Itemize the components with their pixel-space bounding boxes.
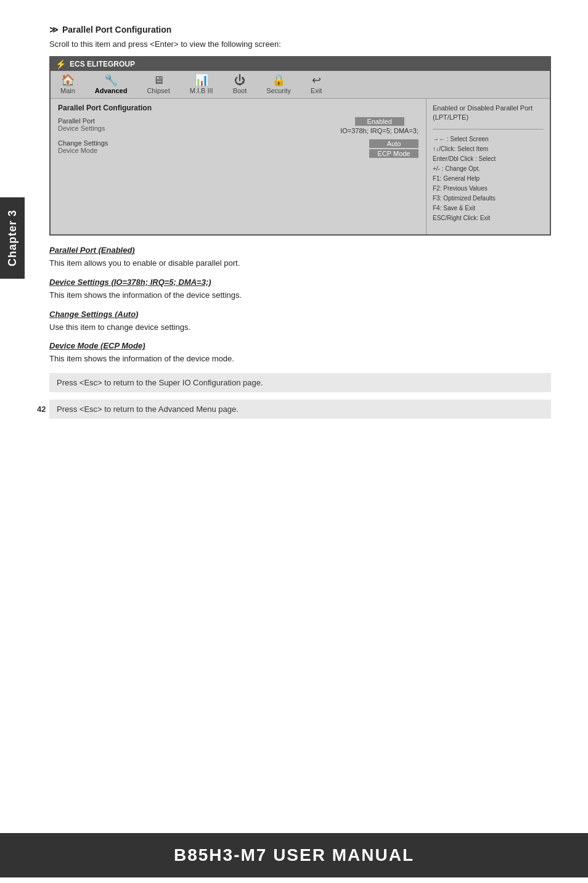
- bios-nav: 🏠 Main 🔧 Advanced 🖥 Chipset 📊 M.I.B III …: [51, 71, 550, 99]
- key-f4: F4: Save & Exit: [433, 203, 544, 213]
- bios-right-divider: [433, 129, 544, 129]
- bios-right-keys: →← : Select Screen ↑↓/Click: Select Item…: [433, 134, 544, 223]
- device-mode-label: Device Mode: [58, 147, 138, 154]
- bios-nav-advanced[interactable]: 🔧 Advanced: [85, 73, 137, 96]
- mib-nav-icon: 📊: [195, 75, 208, 86]
- note-text-0: Press <Esc> to return to the Super IO Co…: [57, 378, 263, 387]
- content-area: Parallel Port (Enabled) This item allows…: [49, 245, 551, 438]
- bios-nav-security[interactable]: 🔒 Security: [256, 73, 301, 96]
- bios-left-title: Parallel Port Configuration: [58, 104, 419, 112]
- footer-title: B85H3-M7 USER MANUAL: [174, 845, 414, 865]
- bios-item-change-settings: Change Settings Device Mode Auto ECP Mod…: [58, 139, 419, 158]
- chipset-nav-label: Chipset: [147, 87, 169, 94]
- section-title: Parallel Port Configuration: [49, 25, 551, 35]
- change-settings-label: Change Settings: [58, 139, 138, 147]
- bios-nav-exit[interactable]: ↩ Exit: [301, 73, 332, 96]
- boot-nav-label: Boot: [233, 87, 247, 94]
- bios-nav-main[interactable]: 🏠 Main: [51, 73, 85, 96]
- subsection-title-0: Parallel Port (Enabled): [49, 245, 551, 255]
- advanced-nav-icon: 🔧: [104, 75, 118, 86]
- bios-nav-mib[interactable]: 📊 M.I.B III: [180, 73, 223, 96]
- key-enter: Enter/Dbl Click : Select: [433, 154, 544, 164]
- key-select-item: ↑↓/Click: Select Item: [433, 144, 544, 154]
- exit-nav-label: Exit: [311, 87, 322, 94]
- key-f2: F2: Previous Values: [433, 184, 544, 194]
- subsection-body-3: This item shows the information of the d…: [49, 353, 551, 366]
- security-nav-icon: 🔒: [272, 75, 285, 86]
- bios-brand: ECS ELITEGROUP: [70, 60, 135, 68]
- subsection-title-2: Change Settings (Auto): [49, 310, 551, 319]
- subsection-body-2: Use this item to change device settings.: [49, 321, 551, 334]
- bios-header: ⚡ ECS ELITEGROUP: [51, 57, 550, 71]
- key-esc: ESC/Right Click: Exit: [433, 213, 544, 223]
- page-number: 42: [37, 405, 46, 414]
- device-mode-value[interactable]: ECP Mode: [369, 149, 419, 158]
- note-box-0: Press <Esc> to return to the Super IO Co…: [49, 373, 551, 392]
- section-title-text: Parallel Port Configuration: [62, 25, 171, 35]
- mib-nav-label: M.I.B III: [190, 87, 213, 94]
- bios-right-description: Enabled or Disabled Parallel Port (LPT/L…: [433, 104, 544, 123]
- device-settings-value: IO=378h; IRQ=5; DMA=3;: [340, 127, 419, 134]
- key-select-screen: →← : Select Screen: [433, 134, 544, 144]
- change-settings-value[interactable]: Auto: [369, 139, 419, 148]
- bios-body: Parallel Port Configuration Parallel Por…: [51, 99, 550, 234]
- subsection-body-0: This item allows you to enable or disabl…: [49, 257, 551, 270]
- bios-screen: ⚡ ECS ELITEGROUP 🏠 Main 🔧 Advanced 🖥 Chi…: [49, 56, 551, 236]
- footer: B85H3-M7 USER MANUAL: [0, 833, 588, 877]
- exit-nav-icon: ↩: [312, 75, 321, 86]
- bios-nav-boot[interactable]: ⏻ Boot: [223, 73, 257, 96]
- main-nav-icon: 🏠: [61, 75, 75, 86]
- key-change: +/- : Change Opt.: [433, 164, 544, 174]
- subsection-title-1: Device Settings (IO=378h; IRQ=5; DMA=3;): [49, 277, 551, 287]
- security-nav-label: Security: [266, 87, 291, 94]
- intro-text: Scroll to this item and press <Enter> to…: [49, 39, 551, 49]
- advanced-nav-label: Advanced: [95, 87, 128, 94]
- subsection-body-1: This item shows the information of the d…: [49, 289, 551, 302]
- bios-right-panel: Enabled or Disabled Parallel Port (LPT/L…: [427, 99, 550, 234]
- bios-left-panel: Parallel Port Configuration Parallel Por…: [51, 99, 427, 234]
- subsection-title-3: Device Mode (ECP Mode): [49, 341, 551, 350]
- key-f1: F1: General Help: [433, 174, 544, 184]
- main-nav-label: Main: [60, 87, 75, 94]
- parallel-port-label: Parallel Port: [58, 117, 138, 125]
- chipset-nav-icon: 🖥: [153, 75, 164, 86]
- note-text-1: Press <Esc> to return to the Advanced Me…: [57, 405, 239, 414]
- key-f3: F3: Optimized Defaults: [433, 194, 544, 203]
- bios-item-parallel-port: Parallel Port Device Settings Enabled IO…: [58, 117, 419, 134]
- parallel-port-value[interactable]: Enabled: [355, 117, 404, 126]
- boot-nav-icon: ⏻: [234, 75, 245, 86]
- bios-nav-chipset[interactable]: 🖥 Chipset: [137, 73, 179, 96]
- note-box-1: Press <Esc> to return to the Advanced Me…: [49, 400, 551, 419]
- bios-logo-icon: ⚡: [55, 59, 66, 69]
- device-settings-label: Device Settings: [58, 125, 138, 132]
